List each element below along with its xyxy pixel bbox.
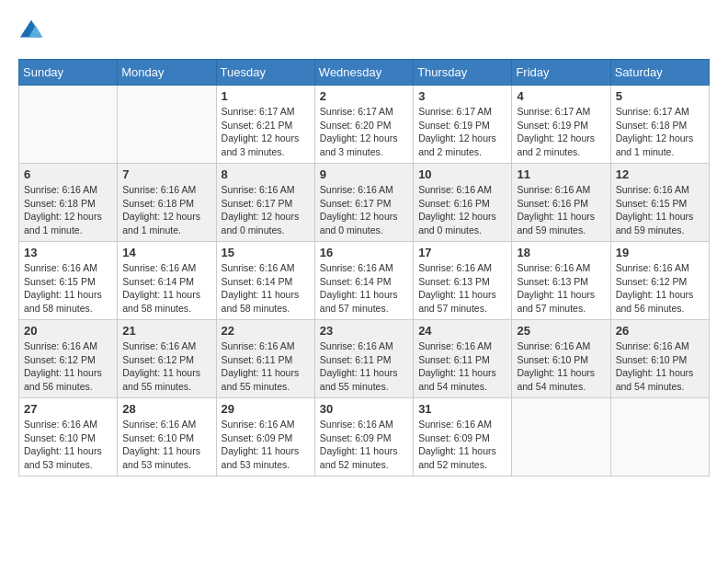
day-cell: 16Sunrise: 6:16 AMSunset: 6:14 PMDayligh… — [314, 242, 413, 320]
day-number: 17 — [418, 246, 506, 259]
day-info: Sunrise: 6:16 AMSunset: 6:11 PMDaylight:… — [418, 339, 506, 394]
day-info: Sunrise: 6:16 AMSunset: 6:13 PMDaylight:… — [418, 261, 506, 316]
page-header — [18, 18, 710, 44]
day-number: 8 — [222, 167, 310, 181]
day-cell: 7Sunrise: 6:16 AMSunset: 6:18 PMDaylight… — [118, 164, 216, 242]
days-header-row: SundayMondayTuesdayWednesdayThursdayFrid… — [19, 60, 710, 86]
day-info: Sunrise: 6:16 AMSunset: 6:14 PMDaylight:… — [122, 261, 210, 316]
day-cell: 9Sunrise: 6:16 AMSunset: 6:17 PMDaylight… — [314, 164, 413, 242]
week-row-5: 27Sunrise: 6:16 AMSunset: 6:10 PMDayligh… — [19, 398, 710, 477]
day-info: Sunrise: 6:16 AMSunset: 6:10 PMDaylight:… — [122, 418, 210, 472]
day-cell: 31Sunrise: 6:16 AMSunset: 6:09 PMDayligh… — [414, 398, 512, 477]
day-cell: 10Sunrise: 6:16 AMSunset: 6:16 PMDayligh… — [414, 164, 512, 242]
logo-icon — [18, 18, 44, 44]
day-number: 27 — [24, 402, 112, 416]
day-info: Sunrise: 6:16 AMSunset: 6:10 PMDaylight:… — [517, 339, 605, 394]
day-cell: 4Sunrise: 6:17 AMSunset: 6:19 PMDaylight… — [512, 86, 610, 164]
day-info: Sunrise: 6:16 AMSunset: 6:13 PMDaylight:… — [517, 261, 605, 316]
day-info: Sunrise: 6:16 AMSunset: 6:17 PMDaylight:… — [320, 183, 408, 237]
day-cell: 11Sunrise: 6:16 AMSunset: 6:16 PMDayligh… — [512, 164, 610, 242]
day-cell: 15Sunrise: 6:16 AMSunset: 6:14 PMDayligh… — [216, 242, 314, 320]
day-info: Sunrise: 6:16 AMSunset: 6:12 PMDaylight:… — [616, 261, 704, 316]
day-info: Sunrise: 6:16 AMSunset: 6:16 PMDaylight:… — [418, 183, 506, 237]
day-cell: 20Sunrise: 6:16 AMSunset: 6:12 PMDayligh… — [19, 320, 118, 398]
day-header-thursday: Thursday — [414, 60, 512, 86]
day-number: 30 — [320, 402, 408, 416]
day-number: 14 — [122, 246, 210, 259]
day-cell: 13Sunrise: 6:16 AMSunset: 6:15 PMDayligh… — [19, 242, 118, 320]
day-number: 15 — [222, 246, 310, 259]
day-cell: 27Sunrise: 6:16 AMSunset: 6:10 PMDayligh… — [19, 398, 118, 477]
day-info: Sunrise: 6:16 AMSunset: 6:11 PMDaylight:… — [320, 339, 408, 394]
day-number: 25 — [517, 324, 605, 338]
day-number: 13 — [24, 246, 112, 259]
day-cell — [118, 86, 216, 164]
day-info: Sunrise: 6:16 AMSunset: 6:14 PMDaylight:… — [320, 261, 408, 316]
day-info: Sunrise: 6:16 AMSunset: 6:09 PMDaylight:… — [222, 418, 310, 472]
day-header-sunday: Sunday — [19, 60, 118, 86]
day-info: Sunrise: 6:17 AMSunset: 6:19 PMDaylight:… — [418, 105, 506, 159]
day-number: 21 — [122, 324, 210, 338]
day-number: 9 — [320, 167, 408, 181]
logo — [18, 18, 48, 44]
week-row-1: 1Sunrise: 6:17 AMSunset: 6:21 PMDaylight… — [19, 86, 710, 164]
day-cell: 2Sunrise: 6:17 AMSunset: 6:20 PMDaylight… — [314, 86, 413, 164]
day-cell: 14Sunrise: 6:16 AMSunset: 6:14 PMDayligh… — [118, 242, 216, 320]
day-info: Sunrise: 6:17 AMSunset: 6:21 PMDaylight:… — [222, 105, 310, 159]
day-cell: 3Sunrise: 6:17 AMSunset: 6:19 PMDaylight… — [414, 86, 512, 164]
day-info: Sunrise: 6:16 AMSunset: 6:18 PMDaylight:… — [122, 183, 210, 237]
day-cell: 23Sunrise: 6:16 AMSunset: 6:11 PMDayligh… — [314, 320, 413, 398]
day-info: Sunrise: 6:17 AMSunset: 6:20 PMDaylight:… — [320, 105, 408, 159]
day-number: 3 — [418, 89, 506, 103]
day-cell: 19Sunrise: 6:16 AMSunset: 6:12 PMDayligh… — [610, 242, 709, 320]
day-info: Sunrise: 6:16 AMSunset: 6:09 PMDaylight:… — [320, 418, 408, 472]
day-info: Sunrise: 6:16 AMSunset: 6:12 PMDaylight:… — [122, 339, 210, 394]
day-cell: 18Sunrise: 6:16 AMSunset: 6:13 PMDayligh… — [512, 242, 610, 320]
day-cell: 1Sunrise: 6:17 AMSunset: 6:21 PMDaylight… — [216, 86, 314, 164]
day-cell — [19, 86, 118, 164]
day-info: Sunrise: 6:16 AMSunset: 6:14 PMDaylight:… — [222, 261, 310, 316]
day-number: 1 — [222, 89, 310, 103]
day-info: Sunrise: 6:16 AMSunset: 6:10 PMDaylight:… — [24, 418, 112, 472]
day-number: 28 — [122, 402, 210, 416]
day-cell: 24Sunrise: 6:16 AMSunset: 6:11 PMDayligh… — [414, 320, 512, 398]
day-number: 20 — [24, 324, 112, 338]
day-number: 4 — [517, 89, 605, 103]
week-row-3: 13Sunrise: 6:16 AMSunset: 6:15 PMDayligh… — [19, 242, 710, 320]
day-number: 26 — [616, 324, 704, 338]
week-row-2: 6Sunrise: 6:16 AMSunset: 6:18 PMDaylight… — [19, 164, 710, 242]
day-cell: 22Sunrise: 6:16 AMSunset: 6:11 PMDayligh… — [216, 320, 314, 398]
day-cell: 29Sunrise: 6:16 AMSunset: 6:09 PMDayligh… — [216, 398, 314, 477]
day-number: 16 — [320, 246, 408, 259]
day-cell: 17Sunrise: 6:16 AMSunset: 6:13 PMDayligh… — [414, 242, 512, 320]
day-cell: 26Sunrise: 6:16 AMSunset: 6:10 PMDayligh… — [610, 320, 709, 398]
day-number: 18 — [517, 246, 605, 259]
day-number: 11 — [517, 167, 605, 181]
day-cell: 21Sunrise: 6:16 AMSunset: 6:12 PMDayligh… — [118, 320, 216, 398]
day-header-friday: Friday — [512, 60, 610, 86]
day-number: 10 — [418, 167, 506, 181]
day-number: 7 — [122, 167, 210, 181]
day-info: Sunrise: 6:16 AMSunset: 6:15 PMDaylight:… — [24, 261, 112, 316]
day-header-saturday: Saturday — [610, 60, 709, 86]
day-number: 22 — [222, 324, 310, 338]
day-header-tuesday: Tuesday — [216, 60, 314, 86]
day-info: Sunrise: 6:16 AMSunset: 6:15 PMDaylight:… — [616, 183, 704, 237]
week-row-4: 20Sunrise: 6:16 AMSunset: 6:12 PMDayligh… — [19, 320, 710, 398]
day-info: Sunrise: 6:16 AMSunset: 6:12 PMDaylight:… — [24, 339, 112, 394]
day-info: Sunrise: 6:16 AMSunset: 6:17 PMDaylight:… — [222, 183, 310, 237]
day-number: 5 — [616, 89, 704, 103]
day-cell: 28Sunrise: 6:16 AMSunset: 6:10 PMDayligh… — [118, 398, 216, 477]
day-number: 12 — [616, 167, 704, 181]
day-header-monday: Monday — [118, 60, 216, 86]
day-cell: 6Sunrise: 6:16 AMSunset: 6:18 PMDaylight… — [19, 164, 118, 242]
day-cell: 12Sunrise: 6:16 AMSunset: 6:15 PMDayligh… — [610, 164, 709, 242]
day-cell: 5Sunrise: 6:17 AMSunset: 6:18 PMDaylight… — [610, 86, 709, 164]
day-cell: 30Sunrise: 6:16 AMSunset: 6:09 PMDayligh… — [314, 398, 413, 477]
day-info: Sunrise: 6:16 AMSunset: 6:18 PMDaylight:… — [24, 183, 112, 237]
day-number: 23 — [320, 324, 408, 338]
calendar: SundayMondayTuesdayWednesdayThursdayFrid… — [18, 59, 710, 477]
day-number: 31 — [418, 402, 506, 416]
day-info: Sunrise: 6:16 AMSunset: 6:11 PMDaylight:… — [222, 339, 310, 394]
day-cell: 25Sunrise: 6:16 AMSunset: 6:10 PMDayligh… — [512, 320, 610, 398]
